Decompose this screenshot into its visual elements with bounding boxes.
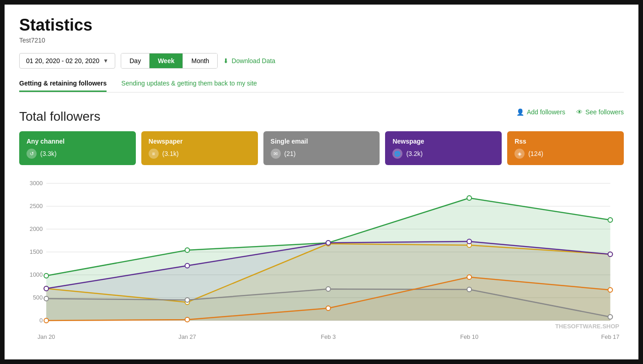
card-count: ◈ (124): [514, 149, 616, 159]
svg-point-37: [467, 239, 472, 244]
svg-point-40: [185, 317, 190, 322]
tab-getting-followers[interactable]: Getting & retaining followers: [19, 80, 107, 92]
add-followers-button[interactable]: 👤 Add followers: [516, 108, 565, 116]
svg-point-43: [608, 288, 612, 292]
card-newspaper[interactable]: Newspaper ≡ (3.1k): [141, 131, 258, 165]
add-followers-icon: 👤: [516, 108, 524, 116]
main-tabs: Getting & retaining followers Sending up…: [19, 80, 624, 93]
svg-text:Feb 3: Feb 3: [321, 333, 336, 340]
svg-point-32: [467, 287, 472, 292]
watermark: THESOFTWARE.SHOP: [555, 323, 619, 330]
svg-point-19: [44, 273, 48, 278]
download-button[interactable]: ⬇ Download Data: [223, 57, 275, 64]
week-button[interactable]: Week: [150, 54, 183, 68]
svg-text:Jan 20: Jan 20: [38, 333, 55, 340]
chevron-down-icon: ▼: [103, 58, 108, 64]
see-followers-icon: 👁: [576, 108, 583, 116]
card-count: ↺ (3.3k): [27, 149, 129, 159]
svg-text:1500: 1500: [30, 248, 43, 255]
svg-point-41: [326, 306, 331, 310]
total-followers-title: Total followers: [19, 109, 100, 124]
card-icon: ≡: [149, 149, 159, 159]
download-label: Download Data: [231, 57, 275, 64]
svg-text:2000: 2000: [30, 225, 43, 232]
svg-point-33: [608, 315, 612, 319]
svg-text:0: 0: [39, 317, 43, 324]
svg-text:3000: 3000: [30, 180, 43, 187]
month-button[interactable]: Month: [183, 54, 217, 68]
svg-point-38: [608, 252, 612, 257]
channel-cards: Any channel ↺ (3.3k) Newspaper ≡ (3.1k) …: [19, 131, 624, 165]
download-icon: ⬇: [223, 57, 229, 64]
svg-text:Feb 10: Feb 10: [460, 333, 478, 340]
day-button[interactable]: Day: [121, 54, 150, 68]
card-icon: 🌐: [392, 149, 402, 159]
card-rss[interactable]: Rss ◈ (124): [507, 131, 624, 165]
followers-header: Total followers 👤 Add followers 👁 See fo…: [19, 100, 624, 124]
period-buttons: Day Week Month: [121, 53, 218, 69]
svg-point-29: [44, 296, 48, 301]
svg-point-30: [185, 298, 190, 302]
svg-text:500: 500: [33, 294, 43, 301]
date-range-picker[interactable]: 01 20, 2020 - 02 20, 2020 ▼: [19, 53, 115, 69]
card-icon: ↺: [27, 149, 37, 159]
card-label: Newspaper: [149, 138, 251, 145]
card-any-channel[interactable]: Any channel ↺ (3.3k): [19, 131, 136, 165]
svg-point-23: [608, 218, 612, 222]
svg-point-20: [185, 248, 190, 252]
page-title: Statistics: [19, 16, 624, 35]
svg-point-34: [44, 286, 48, 291]
svg-text:1000: 1000: [30, 271, 43, 278]
svg-text:Feb 17: Feb 17: [601, 333, 619, 340]
controls-bar: 01 20, 2020 - 02 20, 2020 ▼ Day Week Mon…: [19, 53, 624, 69]
svg-point-36: [326, 241, 331, 245]
svg-point-42: [467, 275, 472, 279]
svg-text:2500: 2500: [30, 203, 43, 209]
card-label: Rss: [514, 138, 616, 145]
tab-sending-updates[interactable]: Sending updates & getting them back to m…: [121, 80, 257, 92]
card-label: Any channel: [27, 138, 129, 145]
card-count: ≡ (3.1k): [149, 149, 251, 159]
card-count: ✉ (21): [271, 149, 373, 159]
svg-point-35: [185, 263, 190, 268]
svg-text:Jan 27: Jan 27: [178, 333, 196, 340]
card-icon: ◈: [514, 149, 525, 159]
add-followers-label: Add followers: [527, 108, 565, 116]
svg-point-22: [467, 196, 472, 200]
card-single-email[interactable]: Single email ✉ (21): [263, 131, 380, 165]
page-subtitle: Test7210: [19, 37, 624, 44]
card-count: 🌐 (3.2k): [392, 149, 494, 159]
followers-chart: 050010001500200025003000Jan 20Jan 27Feb …: [19, 174, 624, 343]
header-actions: 👤 Add followers 👁 See followers: [516, 108, 624, 116]
card-newspage[interactable]: Newspage 🌐 (3.2k): [385, 131, 502, 165]
card-icon: ✉: [271, 149, 281, 159]
see-followers-label: See followers: [585, 108, 624, 116]
svg-point-39: [44, 318, 48, 323]
date-range-value: 01 20, 2020 - 02 20, 2020: [26, 57, 99, 64]
chart-area: 050010001500200025003000Jan 20Jan 27Feb …: [19, 174, 624, 343]
card-label: Single email: [271, 138, 373, 145]
see-followers-button[interactable]: 👁 See followers: [576, 108, 624, 116]
svg-point-31: [326, 287, 331, 291]
card-label: Newspage: [392, 138, 494, 145]
